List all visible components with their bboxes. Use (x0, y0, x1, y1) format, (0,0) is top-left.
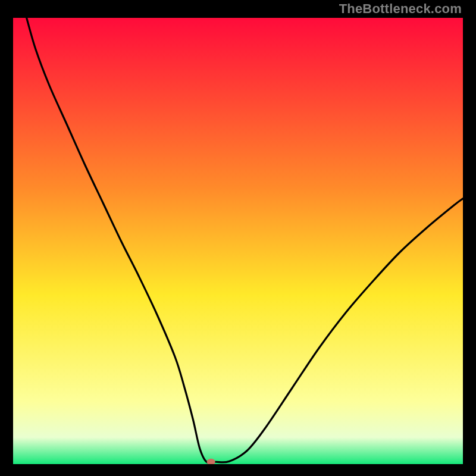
border-bottom (0, 464, 476, 476)
bottleneck-chart (0, 0, 476, 476)
chart-frame: { "watermark": "TheBottleneck.com", "col… (0, 0, 476, 476)
watermark-text: TheBottleneck.com (339, 1, 462, 17)
border-right (463, 0, 476, 476)
border-left (0, 0, 13, 476)
gradient-background (13, 18, 463, 464)
